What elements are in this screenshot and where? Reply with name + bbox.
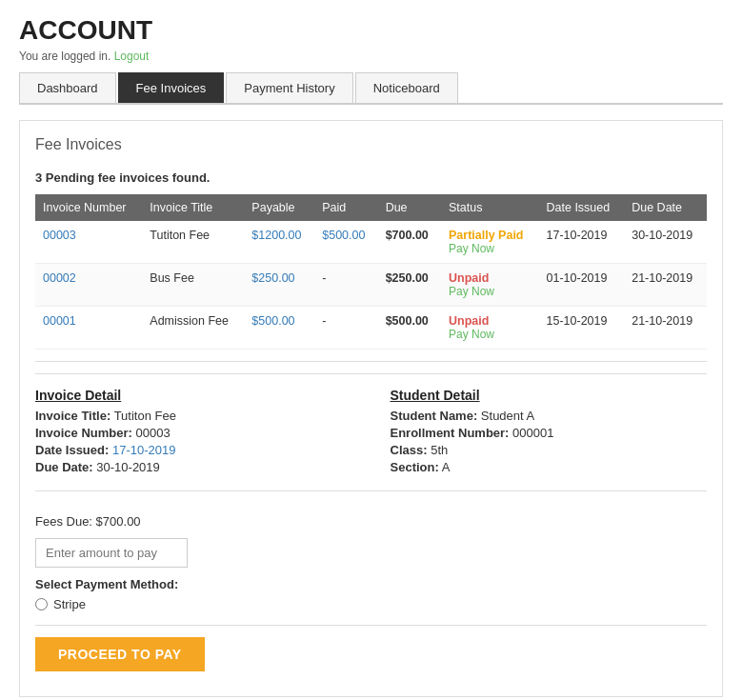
- cell-paid: -: [314, 264, 377, 307]
- col-date-issued: Date Issued: [539, 194, 625, 221]
- student-detail-col: Student Detail Student Name: Student A E…: [391, 388, 708, 477]
- cell-date-issued: 01-10-2019: [539, 264, 625, 307]
- tab-fee-invoices[interactable]: Fee Invoices: [118, 72, 225, 103]
- col-due: Due: [378, 194, 441, 221]
- logout-link[interactable]: Logout: [114, 50, 150, 63]
- cell-invoice-title: Bus Fee: [142, 264, 244, 307]
- cell-due: $500.00: [378, 307, 441, 350]
- cell-invoice-number: 00001: [35, 307, 142, 350]
- invoice-date-issued-row: Date Issued: 17-10-2019: [35, 443, 352, 457]
- cell-invoice-number: 00003: [35, 221, 142, 264]
- payment-area: Fees Due: $700.00 Select Payment Method:…: [35, 505, 707, 681]
- invoice-date-issued-link[interactable]: 17-10-2019: [112, 443, 176, 457]
- col-invoice-number: Invoice Number: [35, 194, 142, 221]
- cell-invoice-title: Admission Fee: [142, 307, 244, 350]
- col-payable: Payable: [244, 194, 314, 221]
- col-status: Status: [441, 194, 539, 221]
- invoice-number-link[interactable]: 00001: [43, 314, 76, 328]
- cell-status: Unpaid Pay Now: [441, 307, 539, 350]
- cell-due-date: 21-10-2019: [624, 307, 707, 350]
- invoice-detail-col: Invoice Detail Invoice Title: Tutiton Fe…: [35, 388, 352, 477]
- cell-invoice-title: Tutiton Fee: [142, 221, 244, 264]
- invoice-number-link[interactable]: 00002: [43, 271, 76, 285]
- pay-now-link[interactable]: Pay Now: [449, 242, 531, 255]
- cell-paid: -: [314, 307, 377, 350]
- cell-invoice-number: 00002: [35, 264, 142, 307]
- pay-now-link[interactable]: Pay Now: [449, 285, 531, 298]
- student-class-row: Class: 5th: [391, 443, 708, 457]
- cell-date-issued: 17-10-2019: [539, 221, 625, 264]
- proceed-to-pay-button[interactable]: PROCEED TO PAY: [35, 637, 205, 671]
- page-title: ACCOUNT: [19, 15, 723, 46]
- student-enrollment-row: Enrollment Number: 000001: [391, 426, 708, 440]
- stripe-radio-row: Stripe: [35, 597, 707, 611]
- student-section-row: Section: A: [391, 460, 708, 474]
- col-paid: Paid: [314, 194, 377, 221]
- card-title: Fee Invoices: [35, 136, 707, 161]
- cell-status: Unpaid Pay Now: [441, 264, 539, 307]
- tab-noticeboard[interactable]: Noticeboard: [355, 72, 458, 103]
- invoices-table: Invoice Number Invoice Title Payable Pai…: [35, 194, 707, 350]
- table-row: 00003 Tutiton Fee $1200.00 $500.00 $700.…: [35, 221, 707, 264]
- cell-payable: $250.00: [244, 264, 314, 307]
- student-detail-heading: Student Detail: [391, 388, 708, 403]
- invoice-title-row: Invoice Title: Tutiton Fee: [35, 409, 352, 423]
- fee-invoices-card: Fee Invoices 3 Pending fee invoices foun…: [19, 120, 723, 697]
- details-section: Invoice Detail Invoice Title: Tutiton Fe…: [35, 373, 707, 491]
- cell-payable: $1200.00: [244, 221, 314, 264]
- tab-dashboard[interactable]: Dashboard: [19, 72, 116, 103]
- payment-method-label: Select Payment Method:: [35, 577, 707, 591]
- pay-now-link[interactable]: Pay Now: [449, 328, 531, 341]
- login-status: You are logged in. Logout: [19, 50, 723, 63]
- cell-status: Partially Paid Pay Now: [441, 221, 539, 264]
- table-row: 00002 Bus Fee $250.00 - $250.00 Unpaid P…: [35, 264, 707, 307]
- invoice-number-row: Invoice Number: 00003: [35, 426, 352, 440]
- table-row: 00001 Admission Fee $500.00 - $500.00 Un…: [35, 307, 707, 350]
- cell-date-issued: 15-10-2019: [539, 307, 625, 350]
- invoice-detail-heading: Invoice Detail: [35, 388, 352, 403]
- invoice-due-date-row: Due Date: 30-10-2019: [35, 460, 352, 474]
- cell-due: $250.00: [378, 264, 441, 307]
- pending-text: 3 Pending fee invoices found.: [35, 170, 707, 185]
- student-name-row: Student Name: Student A: [391, 409, 708, 423]
- cell-due-date: 21-10-2019: [624, 264, 707, 307]
- cell-paid: $500.00: [314, 221, 377, 264]
- cell-due: $700.00: [378, 221, 441, 264]
- col-due-date: Due Date: [624, 194, 707, 221]
- stripe-label: Stripe: [53, 597, 86, 611]
- cell-payable: $500.00: [244, 307, 314, 350]
- fees-due: Fees Due: $700.00: [35, 514, 707, 529]
- tab-payment-history[interactable]: Payment History: [226, 72, 352, 103]
- invoice-number-link[interactable]: 00003: [43, 229, 76, 242]
- stripe-radio[interactable]: [35, 598, 48, 610]
- amount-input[interactable]: [35, 538, 188, 568]
- cell-due-date: 30-10-2019: [624, 221, 707, 264]
- col-invoice-title: Invoice Title: [142, 194, 244, 221]
- tab-bar: Dashboard Fee Invoices Payment History N…: [19, 72, 723, 105]
